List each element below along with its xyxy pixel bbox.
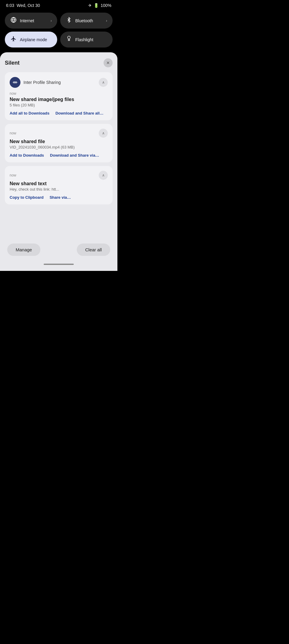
notif-item-1: now New shared image/jpeg files 5 files … bbox=[10, 91, 108, 115]
panel-title: Silent bbox=[5, 60, 20, 66]
expand-button-3[interactable]: ∧ bbox=[99, 171, 108, 180]
airplane-status-icon: ✈ bbox=[88, 3, 92, 8]
home-indicator bbox=[0, 261, 117, 271]
expand-button-1[interactable]: ∧ bbox=[99, 78, 108, 87]
add-downloads-button[interactable]: Add to Downloads bbox=[10, 153, 44, 158]
app-icon-1 bbox=[10, 77, 20, 88]
notif-item-header-2: now ∧ bbox=[10, 129, 108, 138]
notif-title-2: New shared file bbox=[10, 139, 108, 144]
notif-actions-1: Add all to Downloads Download and Share … bbox=[10, 111, 108, 115]
internet-label: Internet bbox=[20, 18, 48, 23]
status-time: 6:03 bbox=[6, 3, 14, 8]
download-share-all-button[interactable]: Download and Share all… bbox=[55, 111, 104, 115]
flashlight-label: Flashlight bbox=[75, 37, 107, 42]
notif-time-1: now bbox=[10, 91, 16, 96]
notif-desc-1: 5 files (20 MB) bbox=[10, 103, 108, 107]
notif-header-1: Inter Profile Sharing ∧ bbox=[10, 77, 108, 88]
notif-actions-3: Copy to Clipboard Share via… bbox=[10, 195, 108, 200]
battery-icon: 🔋 bbox=[94, 3, 99, 8]
chevron-up-icon-1: ∧ bbox=[102, 80, 105, 84]
panel-close-button[interactable]: ✕ bbox=[104, 58, 113, 67]
bluetooth-icon bbox=[66, 17, 72, 24]
copy-clipboard-button[interactable]: Copy to Clipboard bbox=[10, 195, 44, 200]
notification-card-1: Inter Profile Sharing ∧ now New shared i… bbox=[5, 72, 113, 120]
status-left: 6:03 Wed, Oct 30 bbox=[6, 3, 40, 8]
notif-desc-3: Hey, check out this link: htt... bbox=[10, 187, 108, 192]
svg-point-6 bbox=[15, 82, 17, 83]
add-all-downloads-button[interactable]: Add all to Downloads bbox=[10, 111, 49, 115]
bluetooth-label: Bluetooth bbox=[75, 18, 103, 23]
internet-icon bbox=[10, 17, 17, 24]
svg-point-5 bbox=[14, 82, 15, 83]
battery-level: 100% bbox=[101, 3, 111, 8]
expand-button-2[interactable]: ∧ bbox=[99, 129, 108, 138]
close-icon: ✕ bbox=[106, 60, 110, 65]
manage-button[interactable]: Manage bbox=[7, 244, 40, 256]
home-bar bbox=[44, 264, 74, 265]
share-via-button[interactable]: Share via… bbox=[50, 195, 71, 200]
notif-desc-2: VID_20241030_060034.mp4 (63 MB) bbox=[10, 145, 108, 149]
notif-time-2: now bbox=[10, 131, 16, 135]
notif-item-header-3: now ∧ bbox=[10, 171, 108, 180]
tile-airplane[interactable]: Airplane mode bbox=[5, 32, 57, 48]
panel-header: Silent ✕ bbox=[5, 58, 113, 67]
notification-card-2: now ∧ New shared file VID_20241030_06003… bbox=[5, 124, 113, 162]
notif-title-1: New shared image/jpeg files bbox=[10, 97, 108, 102]
status-right: ✈ 🔋 100% bbox=[88, 3, 111, 8]
airplane-label: Airplane mode bbox=[20, 37, 52, 42]
notif-app-info-1: Inter Profile Sharing bbox=[10, 77, 61, 88]
tile-bluetooth[interactable]: Bluetooth › bbox=[60, 13, 113, 29]
flashlight-icon bbox=[66, 36, 72, 43]
status-bar: 6:03 Wed, Oct 30 ✈ 🔋 100% bbox=[0, 0, 117, 10]
quick-tiles-grid: Internet › Bluetooth › Airplane mode Fla… bbox=[0, 10, 117, 52]
internet-arrow: › bbox=[51, 19, 52, 23]
notif-item-header-1: now bbox=[10, 91, 108, 96]
airplane-icon bbox=[10, 36, 17, 43]
chevron-up-icon-2: ∧ bbox=[102, 131, 105, 135]
notif-title-3: New shared text bbox=[10, 181, 108, 186]
clear-all-button[interactable]: Clear all bbox=[77, 244, 110, 256]
tile-internet[interactable]: Internet › bbox=[5, 13, 57, 29]
chevron-up-icon-3: ∧ bbox=[102, 173, 105, 177]
app-name-1: Inter Profile Sharing bbox=[23, 80, 61, 85]
status-date: Wed, Oct 30 bbox=[17, 3, 40, 8]
notification-card-3: now ∧ New shared text Hey, check out thi… bbox=[5, 166, 113, 204]
notif-time-3: now bbox=[10, 173, 16, 177]
notification-panel: Silent ✕ Inter Profile Sharing ∧ bbox=[0, 52, 117, 239]
bluetooth-arrow: › bbox=[106, 19, 107, 23]
download-share-via-button[interactable]: Download and Share via… bbox=[50, 153, 99, 158]
bottom-bar: Manage Clear all bbox=[0, 239, 117, 261]
notif-actions-2: Add to Downloads Download and Share via… bbox=[10, 153, 108, 158]
tile-flashlight[interactable]: Flashlight bbox=[60, 32, 113, 48]
